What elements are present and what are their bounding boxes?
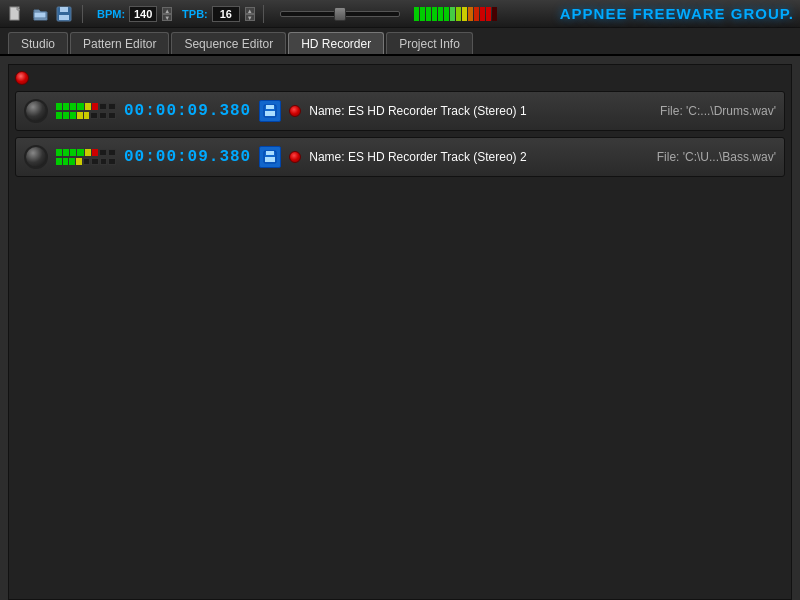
svg-rect-3 — [60, 7, 68, 12]
track-level-meter-2 — [56, 149, 116, 165]
tab-hd-recorder[interactable]: HD Recorder — [288, 32, 384, 54]
tpb-spinner[interactable]: ▲ ▼ — [245, 7, 255, 21]
main-panel: 00:00:09.380 Name: ES HD Recorder Track … — [0, 56, 800, 600]
track-rec-2[interactable] — [289, 151, 301, 163]
bpm-spinner[interactable]: ▲ ▼ — [162, 7, 172, 21]
svg-rect-6 — [266, 105, 274, 109]
save-icon[interactable] — [54, 4, 74, 24]
separator-1 — [82, 5, 83, 23]
tab-studio[interactable]: Studio — [8, 32, 68, 54]
content-panel: 00:00:09.380 Name: ES HD Recorder Track … — [8, 64, 792, 600]
svg-rect-9 — [266, 151, 274, 155]
bpm-value[interactable]: 140 — [129, 6, 157, 22]
svg-rect-10 — [265, 157, 275, 162]
tabs: Studio Pattern Editor Sequence Editor HD… — [0, 28, 800, 56]
track-rec-1[interactable] — [289, 105, 301, 117]
track-knob-2[interactable] — [24, 145, 48, 169]
master-level-meter — [414, 7, 497, 21]
track-name-1: Name: ES HD Recorder Track (Stereo) 1 — [309, 104, 652, 118]
tpb-label: TPB: — [182, 8, 208, 20]
track-row: 00:00:09.380 Name: ES HD Recorder Track … — [15, 137, 785, 177]
track-knob-1[interactable] — [24, 99, 48, 123]
track-save-1[interactable] — [259, 100, 281, 122]
open-icon[interactable] — [30, 4, 50, 24]
stop-button[interactable] — [15, 71, 29, 85]
separator-2 — [263, 5, 264, 23]
tpb-value[interactable]: 16 — [212, 6, 240, 22]
track-level-meter-1 — [56, 103, 116, 119]
track-name-2: Name: ES HD Recorder Track (Stereo) 2 — [309, 150, 649, 164]
bpm-label: BPM: — [97, 8, 125, 20]
track-save-2[interactable] — [259, 146, 281, 168]
new-icon[interactable] — [6, 4, 26, 24]
svg-rect-4 — [59, 15, 69, 20]
master-slider-container — [280, 11, 400, 17]
tab-pattern-editor[interactable]: Pattern Editor — [70, 32, 169, 54]
tab-project-info[interactable]: Project Info — [386, 32, 473, 54]
track-time-1: 00:00:09.380 — [124, 102, 251, 120]
tab-sequence-editor[interactable]: Sequence Editor — [171, 32, 286, 54]
track-row: 00:00:09.380 Name: ES HD Recorder Track … — [15, 91, 785, 131]
master-slider[interactable] — [280, 11, 400, 17]
slider-thumb[interactable] — [334, 7, 346, 21]
toolbar: BPM: 140 ▲ ▼ TPB: 16 ▲ ▼ — [0, 0, 800, 28]
track-file-1: File: 'C:...\Drums.wav' — [660, 104, 776, 118]
brand: APPNEE FREEWARE GROUP. — [560, 5, 794, 22]
track-file-2: File: 'C:\U...\Bass.wav' — [657, 150, 776, 164]
svg-rect-7 — [265, 111, 275, 116]
track-time-2: 00:00:09.380 — [124, 148, 251, 166]
